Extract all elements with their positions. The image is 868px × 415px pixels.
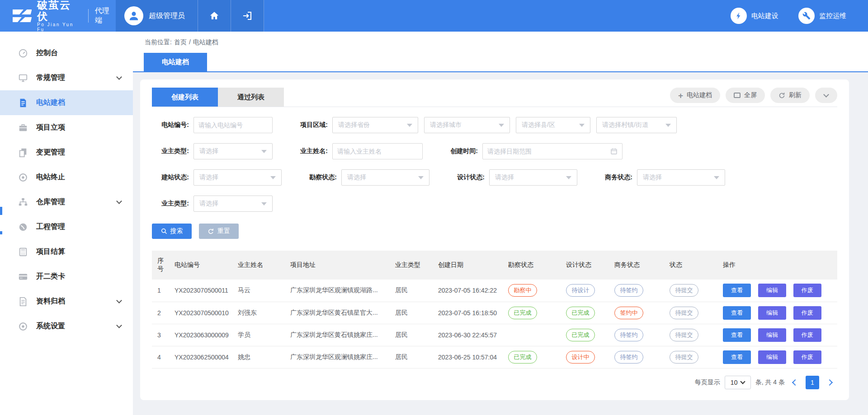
sidebar-item-station-terminate[interactable]: 电站终止 — [0, 165, 133, 190]
status-badge: 待提交 — [670, 284, 698, 297]
business-status-badge: 待签约 — [614, 351, 643, 364]
sitemap-icon — [18, 197, 28, 207]
page-tab-strip: 电站建档 — [133, 49, 868, 72]
sidebar-item-general-mgmt[interactable]: 常规管理 — [0, 65, 133, 90]
home-icon — [209, 10, 220, 21]
filter-buttons: 搜索 重置 — [152, 224, 837, 239]
build-status-label: 建站状态: — [152, 173, 189, 182]
sidebar-item-engineering-mgmt[interactable]: 工程管理 — [0, 214, 133, 239]
gauge-icon — [18, 48, 28, 58]
nav-station-build[interactable]: 电站建设 — [731, 8, 778, 24]
nav-monitor-ops[interactable]: 监控运维 — [798, 8, 846, 24]
sidebar-item-system-settings[interactable]: 系统设置 — [0, 314, 133, 339]
search-button[interactable]: 搜索 — [152, 224, 192, 239]
fullscreen-button[interactable]: 全屏 — [726, 88, 765, 103]
tab-approved-list[interactable]: 通过列表 — [218, 88, 284, 107]
portal-label: 代理端 — [88, 9, 116, 23]
main-area: 当前位置: 首页 / 电站建档 电站建档 创建列表 通过列表 + — [133, 32, 868, 415]
document-icon — [18, 98, 28, 108]
sidebar-item-project-settlement[interactable]: 项目结算 — [0, 239, 133, 264]
table-row: 4 YX2023062500004 姚忠 广东深圳龙华区观澜镇姚家庄... 居民… — [152, 346, 837, 368]
owner-type2-select[interactable]: 请选择 — [193, 196, 273, 212]
sidebar-item-station-archive[interactable]: 电站建档 — [0, 90, 133, 115]
design-status-badge: 已完成 — [566, 307, 595, 319]
province-select[interactable]: 请选择省份 — [332, 117, 418, 133]
void-button[interactable]: 作废 — [793, 306, 821, 320]
refresh-button[interactable]: 刷新 — [770, 88, 810, 103]
owner-name-input[interactable] — [332, 143, 423, 159]
page-number-1[interactable]: 1 — [806, 376, 819, 389]
content-area: 创建列表 通过列表 + 电站建档 全屏 — [133, 72, 868, 415]
home-button[interactable] — [198, 0, 231, 32]
edit-button[interactable]: 编辑 — [758, 306, 786, 320]
filter-form: 电站编号: 项目区域: 请选择省份 请选择城市 — [152, 117, 837, 212]
reset-button[interactable]: 重置 — [199, 224, 239, 239]
county-select[interactable]: 请选择县/区 — [516, 117, 590, 133]
town-select[interactable]: 请选择村镇/街道 — [596, 117, 677, 133]
survey-status-badge: 已完成 — [508, 351, 537, 364]
void-button[interactable]: 作废 — [793, 328, 821, 342]
wrench-icon — [798, 8, 815, 24]
city-select[interactable]: 请选择城市 — [424, 117, 510, 133]
chevron-down-icon — [116, 74, 122, 80]
topbar-spacer — [264, 0, 731, 32]
sidebar-item-data-archive[interactable]: 资料归档 — [0, 289, 133, 314]
edit-button[interactable]: 编辑 — [758, 284, 786, 297]
avatar — [124, 6, 143, 25]
logout-icon — [242, 10, 253, 21]
card-icon — [18, 272, 28, 282]
design-status-badge: 已完成 — [566, 329, 595, 341]
caret-down-icon — [407, 124, 412, 127]
region-label: 项目区域: — [291, 121, 328, 129]
sidebar-item-type2-card[interactable]: 开二类卡 — [0, 264, 133, 289]
tab-create-list[interactable]: 创建列表 — [152, 88, 218, 107]
view-button[interactable]: 查看 — [723, 350, 751, 364]
view-button[interactable]: 查看 — [723, 284, 751, 297]
view-button[interactable]: 查看 — [723, 328, 751, 342]
create-station-button[interactable]: + 电站建档 — [670, 88, 720, 103]
sidebar-item-warehouse-mgmt[interactable]: 仓库管理 — [0, 190, 133, 214]
void-button[interactable]: 作废 — [793, 284, 821, 297]
chevron-down-icon — [116, 298, 122, 303]
survey-status-select[interactable]: 请选择 — [341, 169, 429, 186]
page-tab-station-archive[interactable]: 电站建档 — [144, 53, 207, 71]
next-page-button[interactable] — [826, 379, 833, 385]
date-range-input[interactable] — [487, 148, 610, 155]
logo-subtitle: Po Jian Yun Fu — [37, 22, 82, 32]
void-button[interactable]: 作废 — [793, 350, 821, 364]
sidebar-item-console[interactable]: 控制台 — [0, 41, 133, 65]
caret-down-icon — [665, 124, 671, 127]
date-range-picker[interactable] — [482, 143, 623, 159]
user-menu[interactable]: 超级管理员 — [116, 0, 198, 32]
table-row: 3 YX2023063000009 学员 广东深圳龙华区黄石镇姚家庄... 居民… — [152, 324, 837, 346]
caret-down-icon — [499, 124, 504, 127]
survey-status-badge: 已完成 — [508, 307, 537, 319]
per-page-select[interactable]: 10 — [725, 376, 751, 389]
table-header-row: 序号 电站编号 业主姓名 项目地址 业主类型 创建日期 勘察状态 设计状态 商务… — [152, 251, 837, 280]
breadcrumb-home[interactable]: 首页 — [174, 38, 187, 47]
caret-down-icon — [714, 176, 719, 179]
status-badge: 待提交 — [670, 351, 698, 364]
per-page-label: 每页显示 — [695, 378, 720, 387]
edit-button[interactable]: 编辑 — [758, 328, 786, 342]
business-status-select[interactable]: 请选择 — [637, 169, 725, 186]
sidebar: 控制台 常规管理 电站建档 — [0, 32, 133, 415]
business-status-label: 商务状态: — [595, 173, 632, 182]
table-row: 2 YX2023070500010 刘强东 广东深圳龙华区黄石镇星官大... 居… — [152, 302, 837, 324]
view-button[interactable]: 查看 — [723, 306, 751, 320]
edit-button[interactable]: 编辑 — [758, 350, 786, 364]
collapse-toolbar-button[interactable] — [815, 88, 837, 103]
owner-type-select[interactable]: 请选择 — [193, 143, 273, 159]
build-status-select[interactable]: 请选择 — [193, 169, 282, 186]
caret-down-icon — [579, 124, 585, 127]
sidebar-item-project-initiation[interactable]: 项目立项 — [0, 115, 133, 140]
owner-type-label: 业主类型: — [152, 147, 189, 155]
prev-page-button[interactable] — [792, 379, 798, 385]
logout-button[interactable] — [231, 0, 264, 32]
design-status-select[interactable]: 请选择 — [489, 169, 577, 186]
survey-status-label: 勘察状态: — [300, 173, 337, 182]
sidebar-item-change-mgmt[interactable]: 变更管理 — [0, 140, 133, 165]
chevron-down-icon — [823, 92, 829, 98]
caret-down-icon — [566, 176, 571, 179]
station-code-input[interactable] — [193, 117, 273, 133]
